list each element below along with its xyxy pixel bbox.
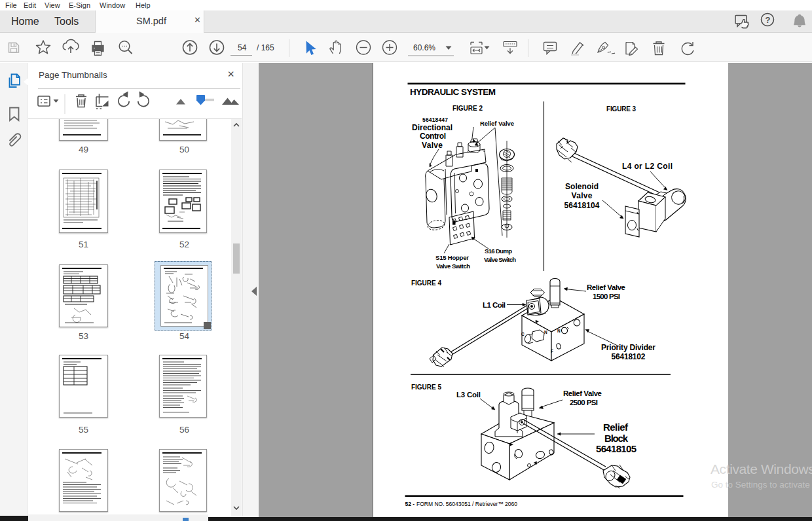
svg-text:/ 165: / 165 (257, 43, 274, 52)
svg-text:56418105: 56418105 (596, 443, 637, 454)
svg-text:FIGURE 2: FIGURE 2 (452, 105, 483, 112)
svg-text:56418102: 56418102 (612, 352, 646, 361)
svg-text:FORM NO. 56043051 / Retriever™: FORM NO. 56043051 / Retriever™ 2060 (416, 501, 517, 507)
svg-text:Valve Switch: Valve Switch (436, 262, 470, 270)
svg-text:N: N (557, 329, 561, 333)
svg-text:N: N (544, 330, 547, 334)
svg-text:2500 PSI: 2500 PSI (570, 399, 598, 406)
svg-text:Valve: Valve (422, 141, 443, 150)
svg-text:Priority Divider: Priority Divider (601, 343, 655, 352)
svg-text:F: F (551, 349, 553, 353)
svg-text:Block: Block (604, 433, 629, 444)
svg-text:L3 Coil: L3 Coil (456, 391, 481, 399)
svg-text:Relief Valve: Relief Valve (480, 120, 514, 127)
svg-text:S16 Dump: S16 Dump (485, 247, 512, 255)
svg-text:FIGURE 4: FIGURE 4 (411, 279, 441, 287)
svg-text:FIGURE 5: FIGURE 5 (411, 384, 441, 391)
svg-text:1500 PSI: 1500 PSI (593, 293, 620, 300)
svg-text:?: ? (766, 15, 771, 25)
svg-text:Valve: Valve (572, 191, 593, 200)
svg-text:S15 Hopper: S15 Hopper (435, 254, 469, 261)
svg-text:L1 Coil: L1 Coil (483, 301, 506, 309)
svg-text:52 -: 52 - (405, 501, 415, 507)
svg-text:60.6%: 60.6% (413, 43, 435, 52)
svg-text:FIGURE 3: FIGURE 3 (606, 105, 636, 113)
svg-text:C: C (521, 332, 525, 336)
svg-text:Relief Valve: Relief Valve (587, 283, 625, 291)
svg-text:Solenoid: Solenoid (565, 182, 599, 191)
svg-text:56418104: 56418104 (564, 201, 600, 210)
svg-text:54: 54 (238, 43, 247, 52)
svg-text:56418447: 56418447 (422, 117, 448, 123)
svg-text:Control: Control (420, 132, 446, 141)
svg-text:Relief: Relief (603, 422, 629, 433)
svg-text:Directional: Directional (412, 123, 452, 132)
svg-text:Relief Valve: Relief Valve (563, 389, 602, 397)
svg-text:Valve Switch: Valve Switch (484, 256, 516, 263)
svg-text:L4 or L2 Coil: L4 or L2 Coil (622, 162, 673, 171)
svg-text:HYDRAULIC SYSTEM: HYDRAULIC SYSTEM (410, 87, 496, 97)
